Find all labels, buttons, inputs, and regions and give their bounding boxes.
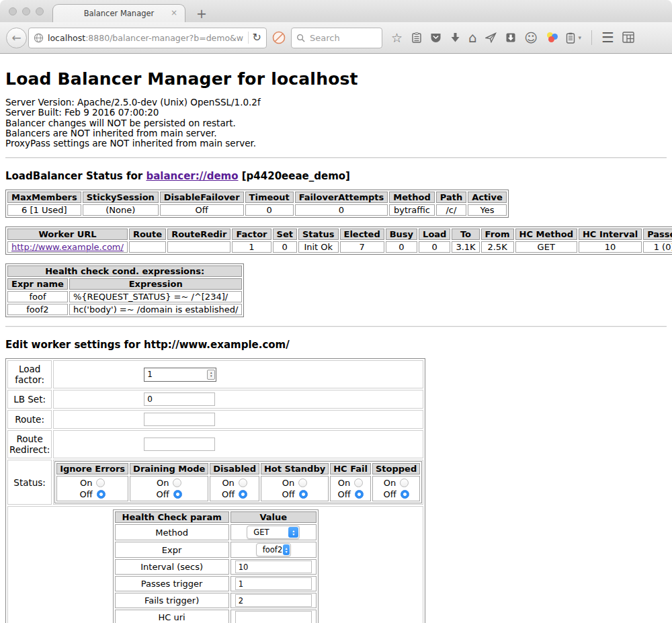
off-label: Off: [383, 489, 396, 499]
radio-ignore-errors-on[interactable]: [96, 479, 105, 487]
reader-grid-icon[interactable]: [622, 32, 635, 44]
status-cell-stopped: On Off: [372, 476, 420, 501]
status-heading-prefix: LoadBalancer Status for: [5, 170, 146, 182]
bookmark-star-icon[interactable]: ☆: [391, 32, 403, 44]
hc-fails-input[interactable]: [235, 594, 312, 607]
table-row: HC uri: [115, 610, 317, 623]
hc-uri-input[interactable]: [235, 611, 312, 623]
col-stopped: Stopped: [372, 463, 420, 474]
route-redirect-input[interactable]: [144, 438, 215, 451]
balancer-demo-link[interactable]: balancer://demo: [146, 170, 238, 182]
table-row: On Off On Off On Off: [56, 476, 420, 501]
window-close-button[interactable]: [9, 7, 17, 15]
toolbar-separator: [591, 30, 592, 45]
table-header-row: MaxMembers StickySession DisableFailover…: [7, 192, 507, 203]
route-redirect-label: Route Redirect:: [7, 430, 52, 458]
home-icon[interactable]: ⌂: [468, 32, 477, 44]
col-path: Path: [436, 192, 466, 203]
off-label: Off: [157, 489, 169, 499]
route-input[interactable]: [144, 413, 215, 426]
tab-close-icon[interactable]: ×: [171, 9, 177, 17]
col-expr-name: Expr name: [7, 278, 68, 290]
url-input[interactable]: localhost:8880/balancer-manager?b=demo&w…: [48, 33, 244, 43]
url-path: :8880/balancer-manager?b=demo&w=http://w…: [85, 33, 243, 43]
status-label: Status:: [7, 460, 52, 505]
on-label: On: [157, 478, 169, 488]
hc-passes-input[interactable]: [235, 577, 312, 590]
reload-icon[interactable]: ↻: [253, 32, 261, 43]
on-label: On: [80, 478, 92, 488]
radio-hc-fail-on[interactable]: [354, 479, 363, 487]
status-cell-hc-fail: On Off: [330, 476, 371, 501]
radio-hot-standby-off[interactable]: [299, 490, 308, 499]
menu-hamburger-icon[interactable]: ☰: [601, 32, 614, 44]
col-hc-interval: HC Interval: [579, 229, 642, 240]
route-label: Route:: [7, 410, 52, 429]
radio-disabled-on[interactable]: [239, 479, 247, 487]
cell-to: 3.1K: [452, 241, 479, 253]
pocket-icon[interactable]: [430, 32, 442, 43]
back-button[interactable]: ←: [6, 28, 27, 48]
col-passes: Passes: [643, 229, 672, 240]
search-icon: [296, 34, 305, 42]
table-row: Fails trigger): [115, 593, 317, 608]
radio-hot-standby-on[interactable]: [298, 479, 307, 487]
hc-interval-input[interactable]: [235, 560, 312, 573]
window-minimize-button[interactable]: [22, 7, 30, 15]
radio-hc-fail-off[interactable]: [355, 490, 364, 499]
clipboard-addon-icon[interactable]: [566, 32, 575, 44]
worker-url-link[interactable]: http://www.example.com/: [11, 242, 124, 252]
load-factor-input[interactable]: 1 ▴▾: [144, 368, 216, 382]
window-zoom-button[interactable]: [36, 7, 44, 15]
radio-disabled-off[interactable]: [239, 490, 247, 499]
table-row: Interval (secs): [115, 559, 317, 575]
browser-chrome: Balancer Manager × + ← localhost:8880/ba…: [0, 0, 672, 54]
lb-set-input[interactable]: [144, 392, 215, 406]
cell-expr-name: foof2: [7, 304, 68, 315]
radio-draining-mode-off[interactable]: [173, 490, 182, 499]
feedback-smiley-icon[interactable]: ☺: [524, 32, 538, 44]
cell-factor: 1: [232, 241, 271, 253]
col-load: Load: [419, 229, 450, 240]
save-to-device-icon[interactable]: [505, 32, 516, 43]
overflow-caret-icon[interactable]: ▾: [579, 34, 582, 41]
radio-draining-mode-on[interactable]: [173, 479, 181, 487]
col-hc-method: HC Method: [515, 229, 577, 240]
cell-passes: 1 (0): [643, 241, 672, 253]
search-bar[interactable]: [291, 28, 382, 48]
hc-method-value: GET: [253, 528, 288, 537]
col-hc-value: Value: [230, 511, 317, 523]
url-bar[interactable]: localhost:8880/balancer-manager?b=demo&w…: [28, 28, 267, 48]
color-dots-addon-icon[interactable]: [546, 32, 558, 43]
radio-stopped-off[interactable]: [401, 490, 409, 499]
downloads-icon[interactable]: [450, 32, 460, 43]
send-icon[interactable]: [485, 32, 497, 43]
search-input[interactable]: [308, 32, 369, 44]
health-check-param-table: Health Check param Value Method GET ▴▾: [113, 509, 319, 623]
form-row-lb-set: LB Set:: [7, 390, 423, 409]
cell-status: Init Ok: [298, 241, 339, 253]
block-content-icon[interactable]: [271, 30, 286, 45]
tab-balancer-manager[interactable]: Balancer Manager ×: [52, 4, 185, 22]
col-maxmembers: MaxMembers: [7, 192, 81, 203]
radio-ignore-errors-off[interactable]: [97, 490, 106, 499]
loadbalancer-status-heading: LoadBalancer Status for balancer://demo …: [5, 170, 667, 182]
divider: [5, 157, 667, 159]
reading-list-icon[interactable]: [411, 32, 422, 44]
globe-icon: [34, 33, 44, 43]
new-tab-button[interactable]: +: [196, 6, 207, 21]
col-expression: Expression: [69, 278, 243, 290]
radio-stopped-on[interactable]: [400, 479, 409, 487]
cell-elected: 7: [340, 241, 384, 253]
col-timeout: Timeout: [245, 192, 294, 203]
hc-expr-select[interactable]: foof2 ▴▾: [256, 543, 291, 556]
col-routeredir: RouteRedir: [167, 229, 230, 240]
hc-method-select[interactable]: GET ▴▾: [247, 526, 300, 539]
col-failoverattempts: FailoverAttempts: [295, 192, 388, 203]
cell-expression: hc('body') =~ /domain is established/: [69, 304, 243, 315]
form-row-health-check: Health Check param Value Method GET ▴▾: [7, 506, 423, 623]
cell-routeredir: [167, 241, 230, 253]
hc-uri-label: HC uri: [115, 610, 229, 623]
number-stepper-icon[interactable]: ▴▾: [207, 370, 215, 380]
toolbar-icons: ☆ ⌂: [391, 30, 635, 45]
